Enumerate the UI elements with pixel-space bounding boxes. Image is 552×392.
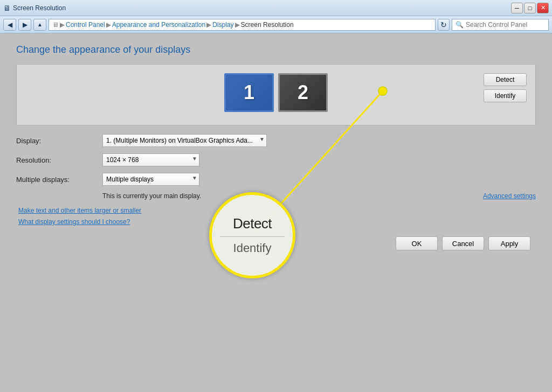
multiple-displays-row: Multiple displays: Multiple displays [16, 173, 536, 186]
address-bar: ◀ ▶ ▲ 🖥 ▶ Control Panel ▶ Appearance and… [0, 16, 552, 33]
up-button[interactable]: ▲ [33, 19, 46, 31]
search-icon: 🔍 [456, 21, 464, 29]
resolution-label: Resolution: [16, 156, 102, 164]
title-bar-controls: ─ □ ✕ [511, 3, 549, 13]
display-select-wrapper[interactable]: 1. (Multiple Monitors) on VirtualBox Gra… [102, 134, 267, 147]
main-display-text: This is currently your main display. [102, 192, 201, 200]
links-area: Make text and other items larger or smal… [16, 206, 536, 226]
maximize-button[interactable]: □ [524, 3, 536, 13]
identify-button[interactable]: Identify [484, 89, 527, 102]
cancel-button[interactable]: Cancel [442, 236, 484, 250]
multiple-displays-label: Multiple displays: [16, 176, 102, 184]
forward-button[interactable]: ▶ [18, 19, 31, 31]
display-row: Display: 1. (Multiple Monitors) on Virtu… [16, 134, 536, 147]
display-panel: 1 2 Detect Identify [16, 64, 536, 125]
breadcrumb-appearance[interactable]: Appearance and Personalization [112, 21, 205, 29]
close-button[interactable]: ✕ [537, 3, 549, 13]
main-display-row: This is currently your main display. Adv… [16, 192, 536, 200]
display-select[interactable]: 1. (Multiple Monitors) on VirtualBox Gra… [102, 134, 267, 147]
monitor-2-icon[interactable]: 2 [278, 73, 328, 112]
title-bar-left: 🖥 Screen Resolution [3, 4, 66, 12]
refresh-button[interactable]: ↻ [438, 19, 450, 31]
address-path: 🖥 ▶ Control Panel ▶ Appearance and Perso… [52, 21, 294, 29]
breadcrumb-control-panel[interactable]: Control Panel [66, 21, 105, 29]
multiple-displays-select[interactable]: Multiple displays [102, 173, 199, 186]
monitor-1-number: 1 [244, 81, 254, 104]
breadcrumb-current: Screen Resolution [241, 21, 294, 29]
resolution-select-wrapper[interactable]: 1024 × 768 [102, 153, 199, 166]
panel-buttons: Detect Identify [484, 73, 527, 102]
multiple-displays-select-wrapper[interactable]: Multiple displays [102, 173, 199, 186]
apply-button[interactable]: Apply [488, 236, 530, 250]
search-input[interactable] [466, 21, 545, 29]
monitor-2-number: 2 [298, 81, 308, 104]
search-box[interactable]: 🔍 [452, 19, 549, 31]
title-bar: 🖥 Screen Resolution ─ □ ✕ [0, 0, 552, 16]
address-box[interactable]: 🖥 ▶ Control Panel ▶ Appearance and Perso… [49, 19, 436, 31]
back-button[interactable]: ◀ [3, 19, 16, 31]
ok-button[interactable]: OK [396, 236, 438, 250]
detect-button[interactable]: Detect [484, 73, 527, 86]
detect-zoom-circle: Detect Identify [209, 192, 295, 278]
breadcrumb-display[interactable]: Display [212, 21, 233, 29]
make-text-larger-link[interactable]: Make text and other items larger or smal… [18, 207, 141, 214]
window-title: Screen Resolution [13, 4, 66, 12]
resolution-row: Resolution: 1024 × 768 [16, 153, 536, 166]
resolution-select[interactable]: 1024 × 768 [102, 153, 199, 166]
advanced-settings-link[interactable]: Advanced settings [483, 192, 536, 200]
monitor-1-icon[interactable]: 1 [224, 73, 274, 112]
display-preview: 1 2 [25, 73, 527, 112]
page-title: Change the appearance of your displays [16, 44, 536, 55]
bottom-buttons: OK Cancel Apply [16, 236, 536, 250]
display-label: Display: [16, 137, 102, 145]
display-settings-link[interactable]: What display settings should I choose? [18, 218, 130, 226]
content-area: Change the appearance of your displays 1… [0, 33, 552, 392]
minimize-button[interactable]: ─ [511, 3, 523, 13]
